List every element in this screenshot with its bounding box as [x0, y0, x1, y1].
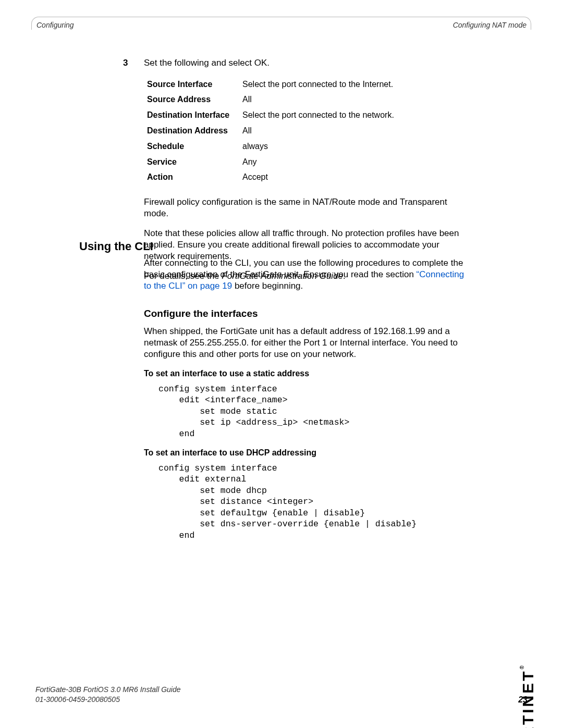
paragraph: When shipped, the FortiGate unit has a d…: [144, 326, 467, 360]
header-left: Configuring: [36, 21, 74, 29]
footer-left: FortiGate-30B FortiOS 3.0 MR6 Install Gu…: [35, 685, 181, 705]
setting-key: Source Address: [147, 93, 241, 107]
setting-key: Schedule: [147, 139, 241, 154]
setting-val: always: [242, 139, 394, 154]
step-3: 3 Set the following and select OK.: [144, 57, 467, 69]
heading-dhcp: To set an interface to use DHCP addressi…: [144, 448, 467, 459]
setting-val: Select the port connected to the network…: [242, 108, 394, 123]
paragraph: Firewall policy configuration is the sam…: [144, 196, 467, 219]
paragraph: After connecting to the CLI, you can use…: [144, 257, 467, 292]
table-row: Source AddressAll: [147, 93, 394, 107]
setting-key: Destination Address: [147, 124, 241, 138]
table-row: ServiceAny: [147, 155, 394, 169]
setting-val: Any: [242, 155, 394, 169]
header-right: Configuring NAT mode: [453, 21, 527, 29]
heading-static: To set an interface to use a static addr…: [144, 368, 467, 379]
setting-val: Accept: [242, 170, 394, 185]
setting-key: Service: [147, 155, 241, 169]
heading-configure-interfaces: Configure the interfaces: [144, 307, 467, 320]
setting-key: Source Interface: [147, 77, 241, 92]
table-row: ActionAccept: [147, 170, 394, 185]
brand-reg: ®: [519, 665, 525, 669]
step-number: 3: [123, 57, 128, 69]
table-row: Destination AddressAll: [147, 124, 394, 138]
step-text: Set the following and select OK.: [144, 58, 270, 68]
text: After connecting to the CLI, you can use…: [144, 258, 463, 279]
setting-val: Select the port connected to the Interne…: [242, 77, 394, 92]
page-number: 23: [518, 695, 528, 705]
setting-val: All: [242, 93, 394, 107]
cli-section: After connecting to the CLI, you can use…: [144, 257, 467, 545]
page: Configuring Configuring NAT mode 3 Set t…: [0, 0, 563, 728]
setting-val: All: [242, 124, 394, 138]
main-content: 3 Set the following and select OK. Sourc…: [144, 57, 467, 290]
setting-key: Action: [147, 170, 241, 185]
code-block-static: config system interface edit <interface_…: [158, 384, 467, 439]
table-row: Destination InterfaceSelect the port con…: [147, 108, 394, 123]
setting-key: Destination Interface: [147, 108, 241, 123]
heading-using-cli: Using the CLI: [79, 240, 153, 253]
settings-table: Source InterfaceSelect the port connecte…: [146, 76, 395, 186]
footer-line2: 01-30006-0459-20080505: [35, 695, 181, 705]
table-row: Schedulealways: [147, 139, 394, 154]
text: before beginning.: [232, 281, 303, 291]
code-block-dhcp: config system interface edit external se…: [158, 463, 467, 541]
table-row: Source InterfaceSelect the port connecte…: [147, 77, 394, 92]
footer-line1: FortiGate-30B FortiOS 3.0 MR6 Install Gu…: [35, 685, 181, 695]
